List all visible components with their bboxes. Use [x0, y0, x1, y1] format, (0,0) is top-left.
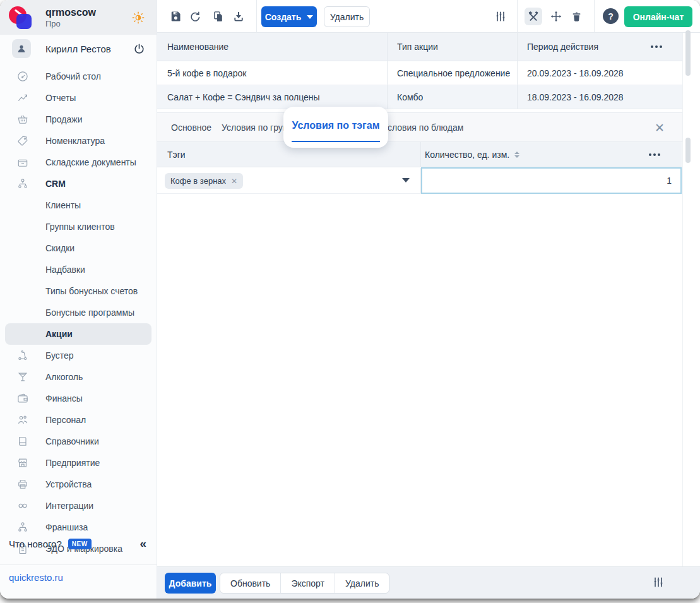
trash-icon[interactable] — [567, 8, 585, 25]
sidebar-item-label: Рабочий стол — [45, 71, 101, 81]
sort-icon[interactable] — [514, 152, 519, 158]
sidebar-item-reports[interactable]: Отчеты — [0, 87, 157, 109]
sidebar-item-discounts[interactable]: Скидки — [0, 237, 157, 259]
tools-icon[interactable] — [525, 8, 542, 25]
sidebar-item-label: Группы клиентов — [45, 222, 115, 232]
tag-chip[interactable]: Кофе в зернах ✕ — [165, 173, 243, 189]
sidebar-item-label: Типы бонусных счетов — [45, 286, 138, 296]
sidebar-item-label: Акции — [45, 329, 73, 339]
column-header-type[interactable]: Тип акции — [397, 33, 438, 61]
delete-button[interactable]: Удалить — [324, 6, 370, 27]
close-panel-icon[interactable]: ✕ — [655, 121, 665, 135]
scrollbar-thumb[interactable] — [685, 30, 691, 76]
sidebar-item-surcharges[interactable]: Надбавки — [0, 259, 157, 280]
sidebar-item-bonus-programs[interactable]: Бонусные программы — [0, 302, 157, 323]
sidebar-item-finance[interactable]: Финансы — [0, 388, 157, 409]
sidebar-item-clients[interactable]: Клиенты — [0, 194, 157, 216]
sidebar-item-staff[interactable]: Персонал — [0, 409, 157, 431]
app-window: qrmoscow Про — [0, 0, 700, 599]
sidebar-item-label: Надбавки — [45, 265, 85, 275]
cell-type: Комбо — [397, 85, 423, 109]
sidebar-item-label: Справочники — [45, 436, 99, 446]
column-header-tags[interactable]: Тэги — [167, 142, 186, 167]
delete-rows-button[interactable]: Удалить — [335, 573, 389, 593]
help-button[interactable]: ? — [603, 8, 619, 24]
table-row[interactable]: 5-й кофе в подарок Специальное предложен… — [157, 61, 682, 85]
footer-settings-icon[interactable] — [650, 573, 667, 591]
sidebar-item-enterprise[interactable]: Предприятие — [0, 452, 157, 474]
sidebar-item-client-groups[interactable]: Группы клиентов — [0, 216, 157, 237]
delete-button-label: Удалить — [330, 12, 364, 22]
refresh-button[interactable]: Обновить — [220, 573, 280, 593]
sidebar-item-alcohol[interactable]: Алкоголь — [0, 366, 157, 388]
help-button-label: ? — [608, 11, 614, 21]
online-chat-label: Онлайн-чат — [633, 12, 684, 22]
online-chat-button[interactable]: Онлайн-чат — [624, 6, 692, 27]
sidebar-item-dashboard[interactable]: Рабочий стол — [0, 66, 157, 87]
chevron-down-icon — [307, 15, 313, 19]
column-header-quantity[interactable]: Количество, ед. изм. — [425, 142, 519, 167]
save-icon[interactable] — [167, 8, 184, 25]
sidebar-item-directories[interactable]: Справочники — [0, 431, 157, 452]
sidebar-item-label: Франшиза — [45, 522, 88, 532]
top-toolbar: Создать Удалить ? — [157, 0, 700, 33]
table-row[interactable]: Салат + Кофе = Сэндвич за полцены Комбо … — [157, 85, 682, 109]
create-button[interactable]: Создать — [261, 6, 317, 27]
refresh-icon[interactable] — [186, 8, 204, 25]
column-header-period[interactable]: Период действия — [527, 33, 598, 61]
sidebar-item-bonus-account-types[interactable]: Типы бонусных счетов — [0, 280, 157, 302]
tab-tags-conditions-popover[interactable]: Условия по тэгам — [283, 107, 388, 148]
logout-power-icon[interactable] — [133, 43, 145, 55]
bottom-toolbar: Добавить Обновить Экспорт Удалить — [157, 566, 700, 599]
sidebar-item-nomenclature[interactable]: Номенклатура — [0, 130, 157, 152]
footer-button-group: Обновить Экспорт Удалить — [220, 573, 389, 594]
tag-dropdown-caret-icon[interactable] — [402, 178, 410, 182]
table-settings-icon[interactable] — [492, 8, 509, 25]
sidebar-item-label: Складские документы — [45, 157, 136, 167]
detail-tabbar: Основное Условия по группам Условия по б… — [157, 112, 682, 142]
more-options-icon[interactable] — [649, 153, 660, 156]
sidebar-item-label: Алкоголь — [45, 372, 83, 382]
whats-new-row[interactable]: Что нового? NEW « — [0, 533, 157, 554]
sidebar-item-label: Устройства — [45, 479, 92, 489]
active-tab-label: Условия по тэгам — [292, 120, 380, 131]
sidebar-item-label: Отчеты — [45, 93, 76, 103]
sidebar-item-booster[interactable]: Бустер — [0, 345, 157, 366]
sidebar-item-integrations[interactable]: Интеграции — [0, 495, 157, 516]
user-row[interactable]: Кирилл Рестов — [0, 35, 157, 63]
plan-label: Про — [45, 19, 96, 28]
more-options-icon[interactable] — [651, 45, 662, 48]
add-button[interactable]: Добавить — [165, 573, 216, 594]
quantity-header-label: Количество, ед. изм. — [425, 150, 509, 160]
add-button-label: Добавить — [169, 578, 212, 588]
cell-period: 20.09.2023 - 18.09.2028 — [527, 61, 624, 85]
user-name: Кирилл Рестов — [45, 44, 111, 54]
collapse-sidebar-icon[interactable]: « — [139, 537, 146, 551]
sidebar-item-label: Клиенты — [45, 200, 81, 210]
column-header-name[interactable]: Наименование — [167, 33, 228, 61]
scrollbar-track — [682, 33, 683, 566]
logo-area: qrmoscow Про — [0, 0, 157, 35]
copy-icon[interactable] — [210, 8, 227, 25]
sidebar-item-crm[interactable]: CRM — [0, 173, 157, 194]
tab-dish-conditions[interactable]: Условия по блюдам — [383, 113, 463, 141]
sidebar-item-label: Продажи — [45, 114, 82, 124]
export-button[interactable]: Экспорт — [280, 573, 335, 593]
sidebar-item-sales[interactable]: Продажи — [0, 109, 157, 130]
new-badge: NEW — [68, 539, 92, 549]
cell-name: 5-й кофе в подарок — [167, 61, 246, 85]
theme-sun-icon[interactable] — [131, 11, 145, 25]
sidebar-nav: Рабочий стол Отчеты Продажи Номенклатура… — [0, 66, 157, 559]
tab-main[interactable]: Основное — [171, 113, 211, 141]
sidebar-item-label: Финансы — [45, 393, 83, 403]
sidebar-item-promotions[interactable]: Акции — [5, 323, 151, 345]
move-icon[interactable] — [547, 8, 565, 25]
scrollbar-thumb[interactable] — [685, 138, 691, 163]
sidebar-item-label: Скидки — [45, 243, 74, 253]
sidebar-item-warehouse-docs[interactable]: Складские документы — [0, 152, 157, 173]
download-icon[interactable] — [230, 8, 247, 25]
site-link[interactable]: quickresto.ru — [9, 572, 63, 583]
remove-tag-icon[interactable]: ✕ — [231, 177, 237, 186]
sidebar-item-devices[interactable]: Устройства — [0, 474, 157, 495]
quantity-input[interactable] — [421, 167, 682, 194]
